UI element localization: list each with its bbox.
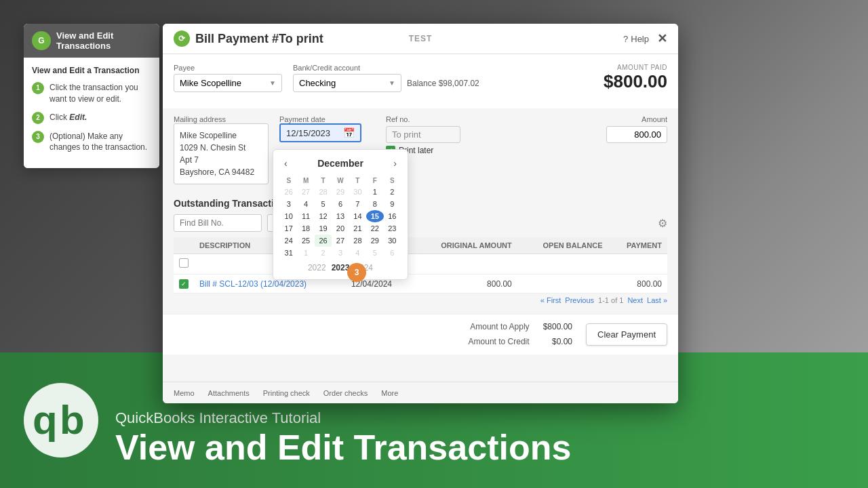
cal-date[interactable]: 10 [280, 210, 297, 222]
cal-date-today[interactable]: 15 [366, 210, 383, 222]
pagination-last[interactable]: Last » [647, 296, 667, 304]
gear-icon[interactable]: ⚙ [658, 217, 667, 230]
row-checkbox-checked[interactable]: ✓ [179, 279, 189, 289]
col-original-amount: ORIGINAL AMOUNT [412, 237, 517, 254]
cal-date[interactable]: 2 [315, 247, 332, 259]
step-2-number: 2 [32, 112, 44, 124]
date-input-wrap[interactable]: 📅 [279, 123, 361, 142]
cal-date[interactable]: 7 [349, 198, 366, 210]
bottom-attachments[interactable]: Attachments [208, 389, 250, 397]
cal-date[interactable]: 31 [280, 247, 297, 259]
calendar-icon[interactable]: 📅 [343, 127, 355, 138]
summary-section: Amount to Apply Amount to Credit $800.00… [163, 314, 678, 354]
cal-date[interactable]: 26 [315, 235, 332, 247]
tooltip-number: 3 [355, 268, 359, 277]
cal-date[interactable]: 28 [315, 186, 332, 198]
cal-date[interactable]: 22 [366, 222, 383, 235]
outstanding-section: Outstanding Transactions Filter ⚙ DESCRI… [163, 191, 678, 314]
cal-date[interactable]: 5 [366, 247, 383, 259]
cal-year-2022[interactable]: 2022 [308, 263, 326, 272]
pagination-first[interactable]: « First [540, 296, 561, 304]
tutorial-subtitle: QuickBooks Interactive Tutorial [115, 409, 571, 427]
bank-label: Bank/Credit account [293, 64, 479, 72]
cal-date[interactable]: 14 [349, 210, 366, 222]
cal-date[interactable]: 27 [297, 186, 314, 198]
find-bill-input[interactable] [174, 214, 262, 232]
help-label: Help [631, 34, 649, 44]
row-original-amount [412, 254, 517, 274]
cal-date[interactable]: 28 [349, 235, 366, 247]
cal-next-button[interactable]: › [389, 157, 401, 170]
cal-date[interactable]: 16 [384, 210, 401, 222]
bottom-order-checks[interactable]: Order checks [323, 389, 368, 397]
step-1-number: 1 [32, 82, 44, 94]
qb-logo: q b [20, 380, 102, 461]
close-button[interactable]: ✕ [657, 31, 667, 46]
row-open-balance [517, 254, 608, 274]
bottom-memo[interactable]: Memo [174, 389, 195, 397]
cal-day-thu: T [349, 176, 366, 186]
cal-date[interactable]: 6 [332, 198, 349, 210]
table-row: ✓ Bill # SCL-12/03 (12/04/2023) 12/04/20… [174, 274, 667, 293]
clear-payment-button[interactable]: Clear Payment [586, 323, 667, 346]
cal-date[interactable]: 30 [349, 186, 366, 198]
mailing-label: Mailing address [174, 115, 269, 123]
row-payment [608, 254, 667, 274]
cal-date[interactable]: 29 [366, 235, 383, 247]
cal-date[interactable]: 27 [332, 235, 349, 247]
amount-to-credit-label: Amount to Credit [469, 335, 530, 350]
cal-date[interactable]: 9 [384, 198, 401, 210]
bottom-printing-check[interactable]: Printing check [263, 389, 310, 397]
cal-date[interactable]: 19 [315, 222, 332, 235]
svg-text:q: q [33, 397, 58, 443]
cal-date[interactable]: 29 [332, 186, 349, 198]
cal-date[interactable]: 20 [332, 222, 349, 235]
help-icon: ? [623, 34, 628, 44]
help-button[interactable]: ? Help [623, 34, 649, 44]
date-input[interactable] [286, 128, 340, 138]
step-3: 3 (Optional) Make any changes to the tra… [32, 131, 151, 154]
payee-select[interactable]: Mike Scopelline ▼ [174, 74, 282, 92]
cal-date[interactable]: 26 [280, 186, 297, 198]
title-bar-right: ? Help ✕ [623, 31, 667, 46]
cal-date[interactable]: 12 [315, 210, 332, 222]
cal-date[interactable]: 1 [366, 186, 383, 198]
amount-input[interactable] [606, 126, 667, 143]
cal-date[interactable]: 4 [297, 198, 314, 210]
cal-date[interactable]: 23 [384, 222, 401, 235]
cal-date[interactable]: 2 [384, 186, 401, 198]
cal-date[interactable]: 18 [297, 222, 314, 235]
cal-date[interactable]: 13 [332, 210, 349, 222]
cal-prev-button[interactable]: ‹ [280, 157, 292, 170]
pagination-prev[interactable]: Previous [565, 296, 594, 304]
cal-date[interactable]: 8 [366, 198, 383, 210]
row-payment: 800.00 [608, 274, 667, 293]
cal-date[interactable]: 6 [384, 247, 401, 259]
amount-paid-label: AMOUNT PAID [604, 64, 667, 71]
cal-date[interactable]: 21 [349, 222, 366, 235]
cal-date[interactable]: 24 [280, 235, 297, 247]
cal-date[interactable]: 3 [332, 247, 349, 259]
cal-date[interactable]: 5 [315, 198, 332, 210]
cal-date[interactable]: 3 [280, 198, 297, 210]
step-panel: G View and EditTransactions View and Edi… [24, 24, 159, 168]
ref-input[interactable] [386, 126, 460, 143]
cal-date[interactable]: 11 [297, 210, 314, 222]
bank-arrow-icon: ▼ [389, 79, 395, 87]
pagination-info: 1-1 of 1 [598, 296, 623, 304]
amount-section: Amount [606, 115, 667, 143]
cal-date[interactable]: 4 [349, 247, 366, 259]
title-icon: ⟳ [174, 30, 190, 47]
ref-label: Ref no. [386, 115, 460, 123]
pagination-next[interactable]: Next [627, 296, 643, 304]
cal-date[interactable]: 17 [280, 222, 297, 235]
cal-date[interactable]: 30 [384, 235, 401, 247]
bottom-more[interactable]: More [381, 389, 398, 397]
row-checkbox[interactable] [179, 258, 189, 268]
bank-select[interactable]: Checking ▼ [293, 74, 401, 92]
amount-to-apply-label: Amount to Apply [469, 320, 530, 335]
cal-day-tue: T [315, 176, 332, 186]
app-window: ⟳ Bill Payment #To print TEST ? Help ✕ P… [163, 24, 678, 403]
cal-date[interactable]: 1 [297, 247, 314, 259]
cal-date[interactable]: 25 [297, 235, 314, 247]
